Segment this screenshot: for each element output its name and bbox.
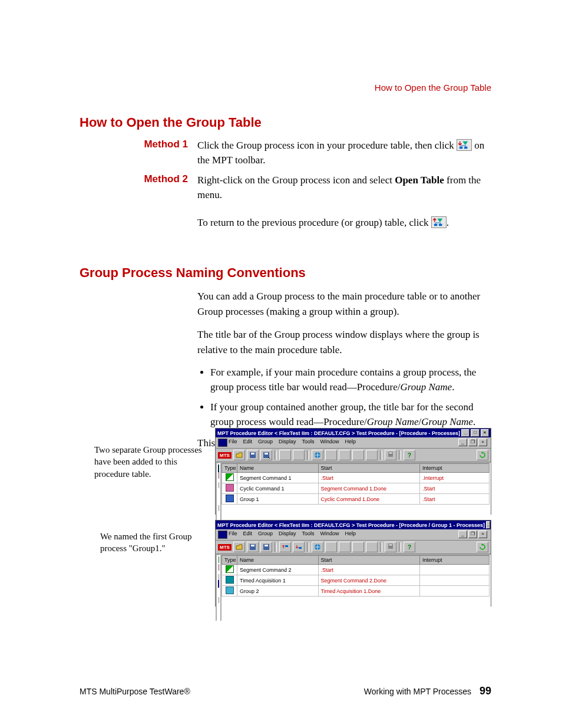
tool-f-icon[interactable] xyxy=(366,450,378,460)
menu-tools[interactable]: Tools xyxy=(302,439,315,446)
menu-file[interactable]: File xyxy=(229,531,237,538)
tool-f-icon[interactable] xyxy=(366,542,378,552)
print-icon[interactable] xyxy=(385,542,396,552)
maximize-button[interactable]: □ xyxy=(471,429,479,437)
s2-p2: The title bar of the Group process windo… xyxy=(197,327,491,357)
reload-icon[interactable] xyxy=(477,450,488,460)
svg-rect-0 xyxy=(459,147,462,149)
mdi-close-button[interactable]: × xyxy=(478,439,487,446)
menu-tools[interactable]: Tools xyxy=(302,531,315,538)
method2-text-a: Right-click on the Group process icon an… xyxy=(197,174,395,186)
save-as-icon[interactable] xyxy=(260,542,272,552)
tree-item[interactable]: −Group 1 xyxy=(218,480,219,488)
tool-c-icon[interactable] xyxy=(325,542,337,552)
shot1-grid[interactable]: Type Name Start Interrupt Segment Comman… xyxy=(220,462,491,529)
open-file-icon[interactable] xyxy=(233,450,245,460)
section1-title: How to Open the Group Table xyxy=(80,115,491,130)
s2-p1: You can add a Group process to the main … xyxy=(197,289,491,319)
screenshot-1: MPT Procedure Editor < FlexTest IIm : DE… xyxy=(215,428,491,515)
tree-item[interactable]: Segment Command 1 xyxy=(218,556,219,564)
save-icon[interactable] xyxy=(247,450,259,460)
s2-bullet2: If your group contained another group, t… xyxy=(210,400,491,429)
tool-e-icon[interactable] xyxy=(352,542,364,552)
method1-text-a: Click the Group process icon in your pro… xyxy=(197,140,457,151)
mdi-minimize-button[interactable]: _ xyxy=(458,439,467,446)
minimize-button[interactable]: _ xyxy=(461,429,470,437)
globe-icon[interactable] xyxy=(312,450,323,460)
table-row[interactable]: Segment Command 2.Start xyxy=(222,565,490,575)
method2-label: Method 2 xyxy=(80,173,197,185)
menu-window[interactable]: Window xyxy=(320,531,339,538)
tool-d-icon[interactable] xyxy=(339,542,351,552)
mdi-system-icon[interactable] xyxy=(218,439,227,447)
menu-file[interactable]: File xyxy=(229,439,237,446)
save-as-icon[interactable] xyxy=(260,450,272,460)
tree-item[interactable]: Segment Command 1 xyxy=(218,465,219,472)
s2-bullet1: For example, if your main procedure cont… xyxy=(210,365,491,394)
shot1-titlebar: MPT Procedure Editor < FlexTest IIm : DE… xyxy=(216,429,491,437)
menu-display[interactable]: Display xyxy=(279,439,296,446)
shot1-toolbar: MTS ? xyxy=(216,449,491,462)
col-start[interactable]: Start xyxy=(318,556,420,565)
help-icon[interactable]: ? xyxy=(404,542,415,552)
return-text-b: . xyxy=(447,217,449,228)
table-row[interactable]: Segment Command 1.Start.Interrupt xyxy=(222,473,490,483)
col-interrupt[interactable]: Interrupt xyxy=(420,464,490,473)
menu-help[interactable]: Help xyxy=(345,531,356,538)
svg-rect-3 xyxy=(439,223,442,226)
mdi-close-button[interactable]: × xyxy=(478,531,487,538)
col-interrupt[interactable]: Interrupt xyxy=(420,556,490,565)
close-button[interactable]: × xyxy=(481,429,489,437)
shot2-toolbar: MTS ? xyxy=(216,541,491,554)
menu-group[interactable]: Group xyxy=(258,439,273,446)
mts-logo-icon: MTS xyxy=(218,544,232,551)
nav-up-icon[interactable] xyxy=(279,542,291,552)
mdi-system-icon[interactable] xyxy=(218,531,227,539)
table-row[interactable]: Group 1Cyclic Command 1.Done.Start xyxy=(222,494,490,505)
tool-a-icon[interactable] xyxy=(279,450,291,460)
globe-icon[interactable] xyxy=(312,542,323,552)
save-icon[interactable] xyxy=(247,542,259,552)
reload-icon[interactable] xyxy=(477,542,488,552)
table-row[interactable]: Group 2Timed Acquisition 1.Done xyxy=(222,586,490,597)
tree-item[interactable]: Cyclic Command 1 xyxy=(218,472,219,480)
menu-window[interactable]: Window xyxy=(320,439,339,446)
tool-b-icon[interactable] xyxy=(293,450,305,460)
open-file-icon[interactable] xyxy=(233,542,245,552)
footer-left: MTS MultiPurpose TestWare® xyxy=(80,687,190,696)
menu-edit[interactable]: Edit xyxy=(243,439,253,446)
shot2-grid[interactable]: Type Name Start Interrupt Segment Comman… xyxy=(220,554,491,621)
mts-logo-icon: MTS xyxy=(218,452,232,459)
print-icon[interactable] xyxy=(385,450,396,460)
shot2-menubar: File Edit Group Display Tools Window Hel… xyxy=(216,529,491,541)
shot2-tree[interactable]: Segment Command 1Cyclic Command 1−Group … xyxy=(216,554,220,621)
table-row[interactable]: Cyclic Command 1Segment Command 1.Done.S… xyxy=(222,483,490,494)
svg-rect-15 xyxy=(265,545,268,546)
mdi-restore-button[interactable]: ❐ xyxy=(468,439,477,446)
tool-e-icon[interactable] xyxy=(352,450,364,460)
mdi-minimize-button[interactable]: _ xyxy=(458,531,467,538)
section2-title: Group Process Naming Conventions xyxy=(80,265,491,281)
menu-edit[interactable]: Edit xyxy=(243,531,253,538)
help-icon[interactable]: ? xyxy=(404,450,415,460)
menu-group[interactable]: Group xyxy=(258,531,273,538)
tool-d-icon[interactable] xyxy=(339,450,351,460)
tree-item[interactable]: −Group 2 xyxy=(218,503,219,511)
method2-bold: Open Table xyxy=(395,174,444,186)
nav-down-icon[interactable] xyxy=(293,542,305,552)
menu-help[interactable]: Help xyxy=(345,439,356,446)
col-type[interactable]: Type xyxy=(222,464,237,473)
tree-item[interactable]: −Group 2 xyxy=(218,595,219,603)
col-type[interactable]: Type xyxy=(222,556,237,565)
tree-item[interactable]: −Group 1 xyxy=(218,572,219,580)
minimize-button[interactable]: _ xyxy=(486,521,490,529)
table-row[interactable]: Timed Acquisition 1Segment Command 2.Don… xyxy=(222,575,490,586)
col-name[interactable]: Name xyxy=(237,556,318,565)
menu-display[interactable]: Display xyxy=(279,531,296,538)
tool-c-icon[interactable] xyxy=(325,450,337,460)
shot1-tree[interactable]: Segment Command 1Cyclic Command 1−Group … xyxy=(216,462,220,529)
tree-item[interactable]: Cyclic Command 1 xyxy=(218,564,219,572)
col-name[interactable]: Name xyxy=(237,464,318,473)
col-start[interactable]: Start xyxy=(318,464,420,473)
mdi-restore-button[interactable]: ❐ xyxy=(468,531,477,538)
